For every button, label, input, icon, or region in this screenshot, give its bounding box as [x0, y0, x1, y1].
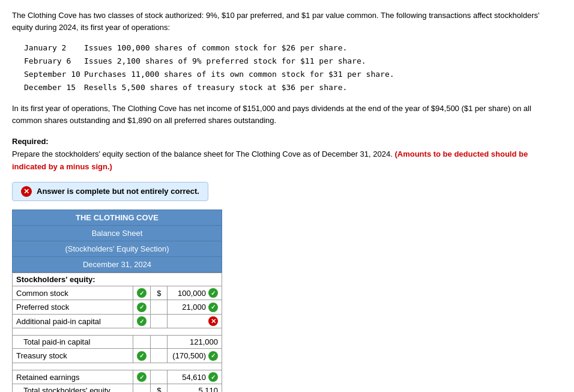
- apic-check: ✓: [133, 314, 151, 328]
- retained-earnings-check: ✓: [133, 370, 151, 384]
- retained-earnings-value: 54,610 ✓: [168, 370, 222, 384]
- transaction-row: February 6 Issues 2,100 shares of 9% pre…: [24, 55, 562, 68]
- preferred-stock-check: ✓: [133, 300, 151, 315]
- bs-subtitle: Balance Sheet: [12, 225, 222, 241]
- treasury-stock-dollar: [151, 349, 168, 363]
- check-green-icon: ✓: [208, 372, 218, 382]
- total-paid-in-label: Total paid-in capital: [13, 336, 133, 349]
- spacer-row: [13, 328, 222, 336]
- total-equity-amount: 5,110: [198, 386, 218, 392]
- tx-date-2: February 6: [24, 55, 84, 68]
- check-green-icon: ✓: [137, 372, 147, 382]
- preferred-stock-row: Preferred stock ✓ 21,000 ✓: [13, 300, 222, 315]
- treasury-stock-row: Treasury stock ✓ (170,500) ✓: [13, 349, 222, 363]
- spacer-row-2: [13, 363, 222, 370]
- required-description: Prepare the stockholders' equity section…: [12, 148, 562, 173]
- common-stock-value: 100,000 ✓: [168, 286, 222, 300]
- total-equity-dollar: $: [151, 384, 168, 392]
- retained-earnings-row: Retained earnings ✓ 54,610 ✓: [13, 370, 222, 384]
- total-equity-row: Total stockholders' equity $ 5,110: [13, 384, 222, 392]
- preferred-stock-dollar: [151, 300, 168, 315]
- common-stock-amount: 100,000: [178, 289, 206, 298]
- answer-banner-text: Answer is complete but not entirely corr…: [37, 187, 199, 196]
- transaction-row: September 10 Purchases 11,000 shares of …: [24, 68, 562, 81]
- apic-value: ✕: [168, 314, 222, 328]
- answer-banner: ✕ Answer is complete but not entirely co…: [12, 182, 208, 201]
- bs-date: December 31, 2024: [12, 256, 222, 273]
- check-green-icon: ✓: [137, 316, 147, 326]
- apic-label: Additional paid-in capital: [13, 314, 133, 328]
- transaction-row: December 15 Resells 5,500 shares of trea…: [24, 81, 562, 94]
- bs-table: Stockholders' equity: Common stock ✓ $ 1…: [12, 273, 222, 392]
- check-green-icon: ✓: [208, 303, 218, 312]
- treasury-stock-label: Treasury stock: [13, 349, 133, 363]
- total-paid-in-dollar: [151, 336, 168, 349]
- check-red-icon: ✕: [208, 316, 218, 326]
- required-note: (Amounts to be deducted should be indica…: [12, 149, 528, 171]
- preferred-stock-amount: 21,000: [182, 303, 206, 312]
- tx-desc-1: Issues 100,000 shares of common stock fo…: [84, 41, 347, 55]
- net-income-text: In its first year of operations, The Clo…: [12, 103, 562, 126]
- common-stock-label: Common stock: [13, 286, 133, 300]
- tx-date-3: September 10: [24, 68, 84, 81]
- total-paid-in-value: 121,000: [168, 336, 222, 349]
- retained-earnings-amount: 54,610: [182, 373, 206, 382]
- treasury-stock-check: ✓: [133, 349, 151, 363]
- preferred-stock-label: Preferred stock: [13, 300, 133, 315]
- tx-date-4: December 15: [24, 81, 84, 94]
- bs-title: THE CLOTHING COVE: [12, 210, 222, 225]
- tx-desc-3: Purchases 11,000 shares of its own commo…: [84, 68, 394, 81]
- intro-text: The Clothing Cove has two classes of sto…: [12, 10, 562, 33]
- total-equity-label: Total stockholders' equity: [13, 384, 133, 392]
- total-paid-in-row: Total paid-in capital 121,000: [13, 336, 222, 349]
- section-header-row: Stockholders' equity:: [13, 273, 222, 286]
- tx-desc-2: Issues 2,100 shares of 9% preferred stoc…: [84, 55, 366, 68]
- required-label: Required:: [12, 137, 49, 146]
- common-stock-check: ✓: [133, 286, 151, 300]
- treasury-stock-amount: (170,500): [172, 351, 206, 360]
- total-paid-in-amount: 121,000: [190, 337, 218, 346]
- check-green-icon: ✓: [137, 303, 147, 312]
- tx-desc-4: Resells 5,500 shares of treasury stock a…: [84, 81, 347, 94]
- balance-sheet: THE CLOTHING COVE Balance Sheet (Stockho…: [12, 210, 222, 392]
- common-stock-row: Common stock ✓ $ 100,000 ✓: [13, 286, 222, 300]
- total-equity-check: [133, 384, 151, 392]
- total-equity-value: 5,110: [168, 384, 222, 392]
- check-green-icon: ✓: [137, 288, 147, 298]
- bs-section: (Stockholders' Equity Section): [12, 241, 222, 256]
- treasury-stock-value: (170,500) ✓: [168, 349, 222, 363]
- preferred-stock-value: 21,000 ✓: [168, 300, 222, 315]
- tx-date-1: January 2: [24, 41, 84, 55]
- check-green-icon: ✓: [208, 288, 218, 298]
- common-stock-dollar: $: [151, 286, 168, 300]
- retained-earnings-label: Retained earnings: [13, 370, 133, 384]
- check-green-icon: ✓: [208, 351, 218, 361]
- stockholders-equity-label: Stockholders' equity:: [13, 273, 222, 286]
- apic-dollar: [151, 314, 168, 328]
- apic-row: Additional paid-in capital ✓ ✕: [13, 314, 222, 328]
- retained-earnings-dollar: [151, 370, 168, 384]
- transaction-row: January 2 Issues 100,000 shares of commo…: [24, 41, 562, 55]
- check-green-icon: ✓: [137, 351, 147, 361]
- transactions-list: January 2 Issues 100,000 shares of commo…: [24, 41, 562, 94]
- required-section: Required: Prepare the stockholders' equi…: [12, 136, 562, 173]
- total-paid-in-check: [133, 336, 151, 349]
- error-icon: ✕: [21, 186, 32, 197]
